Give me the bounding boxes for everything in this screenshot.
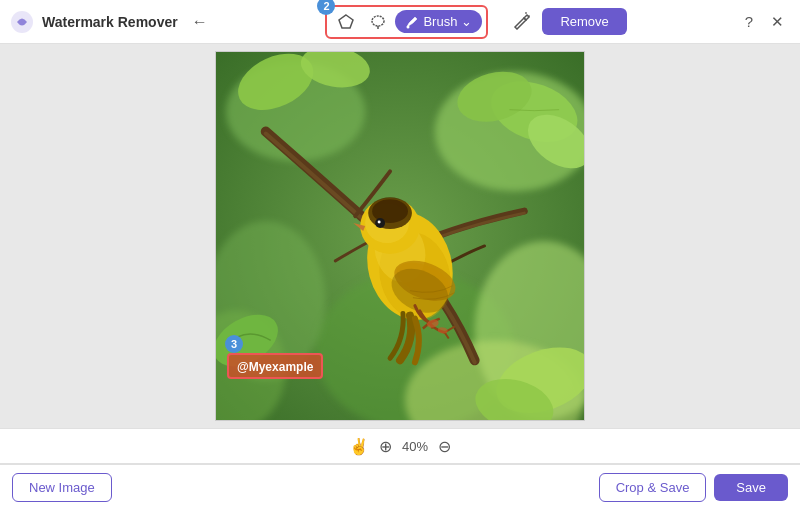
brush-label: Brush — [423, 14, 457, 29]
canvas-area: 3 @Myexample — [0, 44, 800, 428]
svg-marker-1 — [339, 15, 353, 28]
brush-dropdown-icon: ⌄ — [461, 14, 472, 29]
watermark-text: @Myexample — [237, 360, 313, 374]
zoom-out-icon[interactable]: ⊖ — [438, 437, 451, 456]
polygon-tool-button[interactable] — [331, 9, 361, 35]
app-title: Watermark Remover — [42, 14, 178, 30]
tool-group: 2 Brush ⌄ — [325, 5, 488, 39]
pan-tool-icon[interactable]: ✌ — [349, 437, 369, 456]
lasso-icon — [369, 13, 387, 31]
svg-point-34 — [378, 221, 381, 224]
crop-save-button[interactable]: Crop & Save — [599, 473, 707, 502]
polygon-icon — [337, 13, 355, 31]
toolbar-center: 2 Brush ⌄ — [325, 5, 626, 39]
brush-icon — [405, 15, 419, 29]
app-logo — [10, 10, 34, 34]
magic-wand-icon — [512, 10, 532, 30]
lasso-tool-button[interactable] — [363, 9, 393, 35]
save-button[interactable]: Save — [714, 474, 788, 501]
help-button[interactable]: ? — [739, 9, 759, 34]
svg-point-2 — [372, 16, 384, 26]
step3-badge: 3 — [225, 335, 243, 353]
zoom-bar: ✌ ⊕ 40% ⊖ — [0, 428, 800, 464]
titlebar-right: ? ✕ — [739, 9, 790, 35]
remove-button[interactable]: Remove — [542, 8, 626, 35]
brush-tool-button[interactable]: Brush ⌄ — [395, 10, 482, 33]
zoom-percent: 40% — [402, 439, 428, 454]
titlebar: Watermark Remover ← 2 — [0, 0, 800, 44]
image-container: 3 @Myexample — [215, 51, 585, 421]
titlebar-left: Watermark Remover ← — [10, 9, 214, 35]
close-button[interactable]: ✕ — [765, 9, 790, 35]
svg-point-4 — [407, 25, 410, 28]
footer: New Image Crop & Save Save — [0, 464, 800, 510]
watermark-selection[interactable]: @Myexample — [227, 353, 323, 379]
back-button[interactable]: ← — [186, 9, 214, 35]
zoom-in-icon[interactable]: ⊕ — [379, 437, 392, 456]
new-image-button[interactable]: New Image — [12, 473, 112, 502]
erase-tool-button[interactable] — [506, 6, 538, 38]
footer-right: Crop & Save Save — [599, 473, 788, 502]
